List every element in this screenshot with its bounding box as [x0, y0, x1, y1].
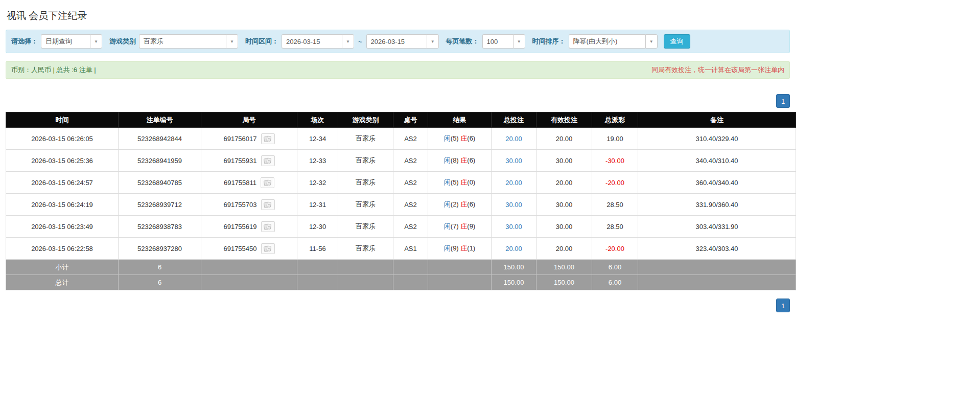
cards-icon [264, 157, 272, 164]
banker-result-label: 庄 [460, 156, 467, 164]
round-id: 691755931 [223, 157, 256, 165]
cell-time: 2026-03-15 06:24:19 [6, 194, 119, 216]
date-to-value[interactable]: 2026-03-15 [366, 34, 427, 49]
cell-bet-id: 523268938783 [119, 216, 201, 238]
table-footer: 小计6150.00150.006.00总计6150.00150.006.00 [6, 260, 796, 290]
summary-empty [638, 260, 796, 275]
cell-session: 12-32 [297, 172, 338, 194]
cell-bet-id: 523268942844 [119, 128, 201, 150]
page-size-label: 每页笔数： [446, 37, 479, 46]
cell-remark: 340.40/310.40 [638, 150, 796, 172]
cards-icon [264, 135, 272, 142]
date-from-caret-button[interactable]: ▼ [342, 34, 354, 49]
chevron-down-icon: ▼ [94, 39, 98, 44]
total-bet-link[interactable]: 30.00 [505, 223, 522, 231]
page-size-caret-button[interactable]: ▼ [513, 34, 525, 49]
player-result-label: 闲 [444, 244, 451, 252]
cell-bet-id: 523268941959 [119, 150, 201, 172]
time-sort-caret-button[interactable]: ▼ [645, 34, 658, 49]
summary-empty [638, 275, 796, 290]
cell-total-bet: 30.00 [492, 216, 536, 238]
round-id: 691755619 [223, 223, 256, 231]
column-header: 有效投注 [536, 112, 592, 128]
cell-round-id: 691755811 [201, 172, 297, 194]
valid-bet-notice-text: 同局有效投注，统一计算在该局第一张注单内 [651, 65, 784, 75]
column-header: 注单编号 [119, 112, 201, 128]
cell-valid-bet: 20.00 [536, 172, 592, 194]
cell-bet-id: 523268939712 [119, 194, 201, 216]
round-id: 691756017 [223, 135, 256, 143]
summary-valid-bet: 150.00 [536, 275, 592, 290]
currency-summary-text: 币别：人民币 | 总共 :6 注单 | [11, 65, 96, 75]
select-mode-label: 请选择： [11, 37, 38, 46]
player-result-label: 闲 [444, 178, 451, 186]
date-to-caret-button[interactable]: ▼ [427, 34, 439, 49]
cell-round-id: 691755450 [201, 238, 297, 260]
total-bet-link[interactable]: 20.00 [505, 245, 522, 253]
summary-empty [428, 275, 492, 290]
total-bet-link[interactable]: 30.00 [505, 201, 522, 209]
cell-time: 2026-03-15 06:23:49 [6, 216, 119, 238]
cell-game-type: 百家乐 [338, 128, 393, 150]
date-range-label: 时间区间： [245, 37, 278, 46]
view-round-cards-button[interactable] [261, 199, 275, 210]
cell-total-bet: 20.00 [492, 172, 536, 194]
date-range-separator: ~ [358, 38, 362, 45]
cell-round-id: 691755703 [201, 194, 297, 216]
column-header: 总派彩 [592, 112, 638, 128]
pagination-top: 1 [6, 94, 790, 108]
date-from-value[interactable]: 2026-03-15 [282, 34, 342, 49]
table-row: 2026-03-15 06:23:49523268938783691755619… [6, 216, 796, 238]
table-row: 2026-03-15 06:24:19523268939712691755703… [6, 194, 796, 216]
cell-total-bet: 30.00 [492, 194, 536, 216]
cards-icon [264, 245, 272, 252]
search-button[interactable]: 查询 [664, 34, 690, 49]
cell-remark: 310.40/329.40 [638, 128, 796, 150]
info-bar: 币别：人民币 | 总共 :6 注单 | 同局有效投注，统一计算在该局第一张注单内 [6, 61, 790, 79]
view-round-cards-button[interactable] [261, 243, 275, 254]
time-sort-value[interactable]: 降幂(由大到小) [569, 34, 645, 49]
cell-game-type: 百家乐 [338, 150, 393, 172]
game-type-label: 游戏类别 [109, 37, 136, 46]
game-type-caret-button[interactable]: ▼ [226, 34, 238, 49]
view-round-cards-button[interactable] [261, 133, 275, 144]
cell-table-no: AS2 [393, 128, 428, 150]
cell-bet-id: 523268940785 [119, 172, 201, 194]
cell-session: 12-30 [297, 216, 338, 238]
round-id-wrap: 691755450 [203, 243, 295, 254]
round-id: 691755811 [224, 179, 256, 187]
summary-total-bet: 150.00 [492, 275, 536, 290]
time-sort-label: 时间排序： [532, 37, 566, 46]
date-to-dropdown: 2026-03-15 ▼ [366, 34, 439, 49]
round-id-wrap: 691755619 [203, 221, 295, 232]
column-header: 结果 [428, 112, 492, 128]
cell-table-no: AS2 [393, 172, 428, 194]
total-bet-link[interactable]: 20.00 [505, 135, 522, 143]
page-button-1[interactable]: 1 [776, 94, 790, 108]
select-mode-caret-button[interactable]: ▼ [90, 34, 102, 49]
cell-payout: 28.50 [592, 194, 638, 216]
summary-valid-bet: 150.00 [536, 260, 592, 275]
view-round-cards-button[interactable] [261, 155, 275, 166]
summary-empty [393, 260, 428, 275]
page-size-dropdown: 100 ▼ [482, 34, 525, 49]
cell-time: 2026-03-15 06:24:57 [6, 172, 119, 194]
game-type-value[interactable]: 百家乐 [139, 34, 226, 49]
cell-game-type: 百家乐 [338, 216, 393, 238]
round-id: 691755450 [223, 245, 256, 253]
total-bet-link[interactable]: 20.00 [505, 179, 522, 187]
cell-time: 2026-03-15 06:25:36 [6, 150, 119, 172]
view-round-cards-button[interactable] [261, 177, 274, 188]
page-size-value[interactable]: 100 [482, 34, 513, 49]
summary-empty [297, 260, 338, 275]
page-button-1[interactable]: 1 [776, 299, 790, 312]
round-id-wrap: 691755931 [203, 155, 295, 166]
view-round-cards-button[interactable] [261, 221, 275, 232]
total-bet-link[interactable]: 30.00 [505, 157, 522, 165]
column-header: 局号 [201, 112, 297, 128]
summary-label: 小计 [6, 260, 119, 275]
banker-result-label: 庄 [460, 200, 467, 208]
cell-valid-bet: 30.00 [536, 216, 592, 238]
chevron-down-icon: ▼ [346, 39, 350, 44]
select-mode-value[interactable]: 日期查询 [41, 34, 90, 49]
